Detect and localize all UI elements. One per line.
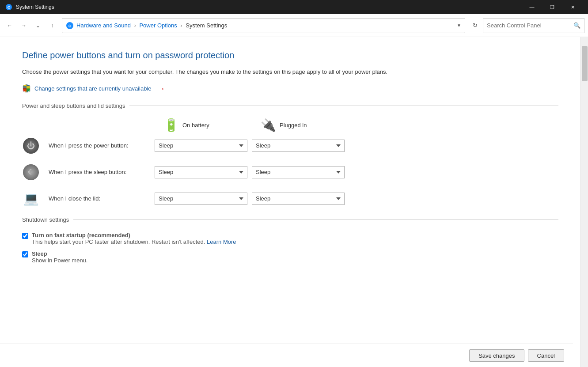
forward-button[interactable]: →	[18, 19, 30, 32]
power-button-selects: Do nothing Sleep Hibernate Shut down Tur…	[155, 140, 345, 152]
scrollbar[interactable]	[580, 37, 588, 367]
lid-battery-select[interactable]: Do nothing Sleep Hibernate Shut down Tur…	[155, 193, 247, 205]
section1-line	[129, 106, 558, 106]
section1-label: Power and sleep buttons and lid settings	[22, 102, 125, 109]
change-settings-link[interactable]: Change settings that are currently unava…	[34, 85, 152, 92]
main-container: Define power buttons and turn on passwor…	[0, 37, 588, 367]
svg-rect-7	[27, 88, 30, 91]
fast-startup-checkbox[interactable]	[22, 233, 28, 239]
battery-label: On battery	[182, 122, 209, 129]
content-area: Define power buttons and turn on passwor…	[0, 37, 580, 367]
power-button-plugged-select[interactable]: Do nothing Sleep Hibernate Shut down Tur…	[252, 140, 345, 152]
back-button[interactable]: ←	[4, 19, 16, 32]
sleep-button-icon: ☾	[22, 163, 40, 181]
recent-locations-button[interactable]: ⌄	[32, 19, 44, 32]
svg-rect-6	[23, 88, 27, 91]
breadcrumb-power-options[interactable]: Power Options	[139, 22, 177, 29]
sleep-button-row: ☾ When I press the sleep button: Do noth…	[22, 163, 558, 181]
address-icon: ⚙	[66, 22, 74, 30]
maximize-button[interactable]: ❐	[542, 0, 562, 14]
fast-startup-label: Turn on fast startup (recommended)	[32, 232, 236, 238]
red-arrow-indicator: ←	[160, 83, 169, 94]
breadcrumb: Hardware and Sound › Power Options › Sys…	[76, 22, 457, 29]
change-settings-section: Change settings that are currently unava…	[22, 83, 558, 94]
svg-text:⚙: ⚙	[68, 24, 72, 28]
fast-startup-row: Turn on fast startup (recommended) This …	[22, 232, 558, 245]
minimize-button[interactable]: —	[522, 0, 542, 14]
page-title: Define power buttons and turn on passwor…	[22, 50, 558, 61]
save-changes-button[interactable]: Save changes	[469, 349, 524, 362]
breadcrumb-current: System Settings	[186, 22, 227, 29]
power-button-battery-select[interactable]: Do nothing Sleep Hibernate Shut down Tur…	[155, 140, 247, 152]
power-button-icon: ⏻	[22, 137, 40, 155]
svg-text:⚙: ⚙	[7, 5, 11, 10]
fast-startup-label-group: Turn on fast startup (recommended) This …	[32, 232, 236, 245]
sleep-label-group: Sleep Show in Power menu.	[32, 250, 87, 264]
section2-label: Shutdown settings	[22, 216, 69, 223]
fast-startup-desc: This helps start your PC faster after sh…	[32, 238, 236, 245]
page-description: Choose the power settings that you want …	[22, 68, 558, 76]
sleep-button-selects: Do nothing Sleep Hibernate Shut down Tur…	[155, 166, 345, 178]
lid-icon: 💻	[22, 190, 40, 208]
sleep-button-label: When I press the sleep button:	[49, 169, 155, 175]
breadcrumb-hardware-sound[interactable]: Hardware and Sound	[76, 22, 131, 29]
section2-divider: Shutdown settings	[22, 216, 558, 223]
battery-column-header: 🔋 On battery	[163, 118, 261, 132]
breadcrumb-sep1: ›	[134, 22, 136, 29]
shield-icon	[22, 84, 31, 93]
cancel-button[interactable]: Cancel	[528, 349, 564, 362]
plugged-label: Plugged in	[280, 122, 307, 129]
sleep-checkbox-row: Sleep Show in Power menu.	[22, 250, 558, 264]
titlebar: ⚙ System Settings — ❐ ✕	[0, 0, 588, 14]
scrollbar-thumb[interactable]	[582, 46, 588, 81]
app-icon: ⚙	[5, 4, 12, 11]
power-button-row: ⏻ When I press the power button: Do noth…	[22, 137, 558, 155]
plugged-icon: 🔌	[261, 118, 276, 132]
sleep-circle: ☾	[23, 164, 39, 180]
sleep-checkbox[interactable]	[22, 251, 28, 257]
lid-plugged-select[interactable]: Do nothing Sleep Hibernate Shut down Tur…	[252, 193, 345, 205]
address-bar: ⚙ Hardware and Sound › Power Options › S…	[62, 18, 465, 33]
close-button[interactable]: ✕	[562, 0, 583, 14]
power-circle: ⏻	[23, 138, 39, 154]
navigation-bar: ← → ⌄ ↑ ⚙ Hardware and Sound › Power Opt…	[0, 14, 588, 37]
sleep-button-plugged-select[interactable]: Do nothing Sleep Hibernate Shut down Tur…	[252, 166, 345, 178]
refresh-button[interactable]: ↻	[469, 19, 481, 32]
sleep-button-battery-select[interactable]: Do nothing Sleep Hibernate Shut down Tur…	[155, 166, 247, 178]
battery-icon: 🔋	[163, 118, 179, 132]
lid-label: When I close the lid:	[49, 195, 155, 202]
footer: Save changes Cancel	[0, 344, 573, 367]
window-controls: — ❐ ✕	[522, 0, 583, 14]
sleep-checkbox-desc: Show in Power menu.	[32, 257, 87, 264]
shutdown-settings-section: Turn on fast startup (recommended) This …	[22, 232, 558, 264]
section1-divider: Power and sleep buttons and lid settings	[22, 102, 558, 109]
up-button[interactable]: ↑	[46, 19, 58, 32]
search-box: 🔍	[483, 18, 584, 33]
columns-header: 🔋 On battery 🔌 Plugged in	[163, 118, 558, 132]
laptop-lid-icon: 💻	[23, 191, 39, 206]
address-dropdown-button[interactable]: ▼	[457, 23, 461, 28]
search-input[interactable]	[487, 22, 573, 29]
breadcrumb-sep2: ›	[180, 22, 182, 29]
lid-selects: Do nothing Sleep Hibernate Shut down Tur…	[155, 193, 345, 205]
lid-row: 💻 When I close the lid: Do nothing Sleep…	[22, 190, 558, 208]
section2-line	[73, 219, 558, 220]
learn-more-link[interactable]: Learn More	[207, 238, 236, 245]
window-title: System Settings	[16, 4, 522, 10]
plugged-column-header: 🔌 Plugged in	[261, 118, 358, 132]
power-button-label: When I press the power button:	[49, 142, 155, 149]
search-icon: 🔍	[573, 22, 580, 29]
sleep-checkbox-label: Sleep	[32, 250, 87, 257]
